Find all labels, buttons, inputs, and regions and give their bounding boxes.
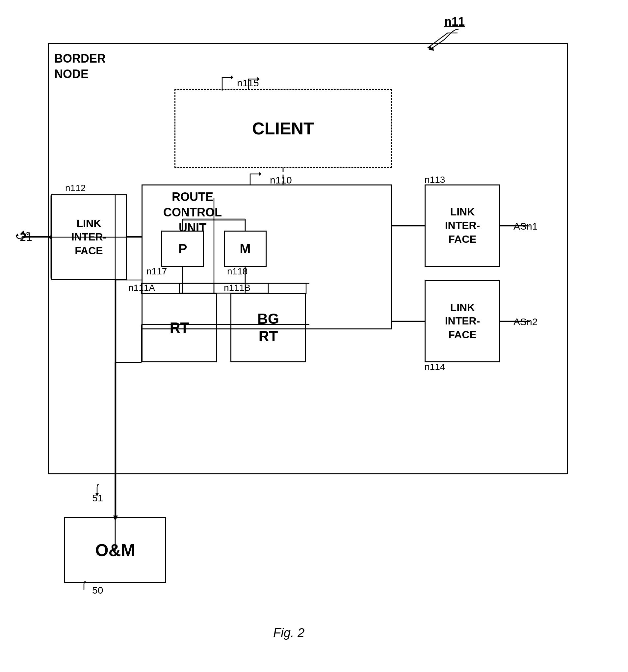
n11-label: n11: [444, 15, 465, 29]
diagram-container: n11 BORDERNODE CLIENT n115 ROUTE CONTROL…: [0, 0, 628, 672]
link-interface-tr: LINKINTER-FACE: [425, 185, 500, 267]
link-interface-br: LINKINTER-FACE: [425, 280, 500, 362]
label-50-bracket-svg: [82, 580, 109, 593]
n112-label: n112: [65, 183, 85, 193]
rt-box: RT: [142, 293, 217, 362]
link-interface-left-label: LINKINTER-FACE: [71, 217, 107, 258]
client-label: CLIENT: [252, 119, 314, 138]
n118-label: n118: [227, 266, 248, 277]
link-interface-left: LINKINTER-FACE: [51, 194, 127, 280]
n113-label: n113: [425, 174, 445, 185]
svg-marker-39: [259, 172, 261, 176]
svg-marker-43: [96, 493, 99, 497]
n115-bracket-svg: [199, 71, 245, 94]
label-51-bracket-svg: [96, 481, 128, 498]
client-box: CLIENT: [174, 89, 392, 168]
oam-box: O&M: [64, 517, 166, 583]
n111a-label: n111A: [128, 283, 155, 293]
n117-label: n117: [147, 266, 167, 277]
n114-label: n114: [425, 362, 445, 372]
border-node-label: BORDERNODE: [54, 51, 106, 82]
rcu-label: ROUTE CONTROLUNIT: [147, 189, 238, 236]
svg-marker-38: [231, 75, 233, 79]
bgrt-box: BGRT: [230, 293, 306, 362]
oam-label: O&M: [95, 540, 135, 560]
link-interface-br-label: LINKINTER-FACE: [445, 301, 480, 342]
link-interface-tr-label: LINKINTER-FACE: [445, 205, 480, 246]
rt-label: RT: [170, 319, 189, 336]
svg-marker-40: [16, 234, 19, 236]
m-label: M: [240, 241, 250, 256]
bgrt-label: BGRT: [257, 310, 279, 345]
n111b-label: n111B: [224, 283, 250, 293]
m-box: M: [224, 231, 267, 267]
asn1-label: ASn1: [513, 221, 537, 232]
label-21-arrow-svg: [15, 229, 58, 247]
n110-bracket-svg: [247, 167, 280, 187]
p-box: P: [161, 231, 204, 267]
fig-label: Fig. 2: [273, 626, 304, 640]
asn2-label: ASn2: [513, 316, 537, 328]
p-label: P: [178, 241, 187, 256]
